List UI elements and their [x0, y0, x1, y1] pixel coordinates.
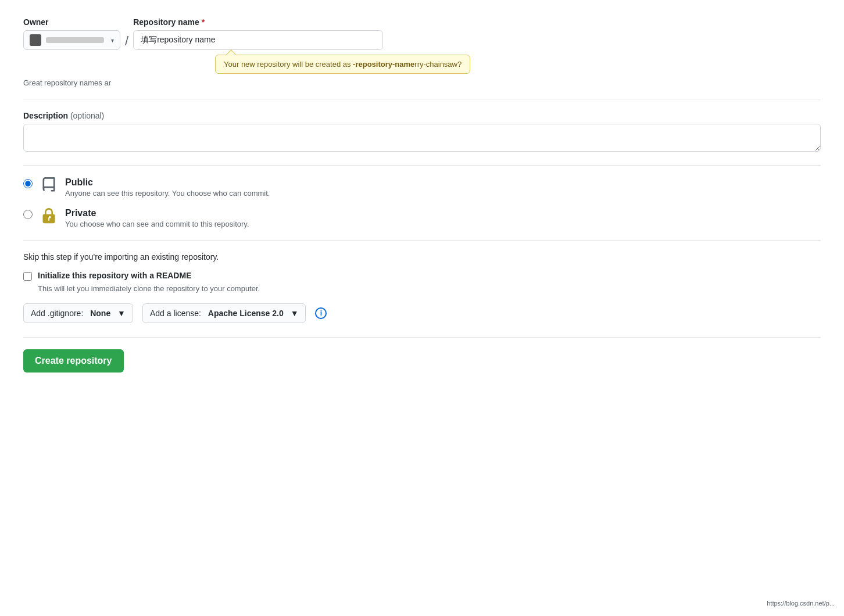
private-label: Private	[65, 208, 249, 219]
public-option[interactable]: Public Anyone can see this repository. Y…	[23, 177, 821, 198]
gitignore-label: Add .gitignore:	[31, 309, 83, 318]
description-label: Description (optional)	[23, 111, 821, 120]
owner-dropdown[interactable]: ▾	[23, 30, 120, 50]
repo-name-input[interactable]	[133, 30, 383, 50]
description-input[interactable]	[23, 124, 821, 152]
optional-text: (optional)	[70, 111, 104, 120]
initialize-readme-desc: This will let you immediately clone the …	[38, 284, 821, 293]
public-radio[interactable]	[23, 179, 33, 188]
private-lock-icon	[40, 207, 58, 225]
private-description: You choose who can see and commit to thi…	[65, 220, 249, 228]
public-description: Anyone can see this repository. You choo…	[65, 189, 270, 198]
required-indicator: *	[202, 17, 205, 27]
public-label: Public	[65, 177, 270, 188]
initialize-readme-row[interactable]: Initialize this repository with a README	[23, 271, 821, 281]
divider-4	[23, 337, 821, 338]
private-radio[interactable]	[23, 210, 33, 219]
gitignore-value: None	[90, 309, 110, 318]
owner-name	[46, 37, 104, 43]
private-option[interactable]: Private You choose who can see and commi…	[23, 208, 821, 228]
owner-avatar	[30, 34, 41, 46]
gitignore-dropdown[interactable]: Add .gitignore: None ▼	[23, 303, 133, 323]
license-dropdown[interactable]: Add a license: Apache License 2.0 ▼	[142, 303, 306, 323]
divider-3	[23, 240, 821, 241]
owner-label: Owner	[23, 17, 120, 27]
owner-chevron-icon: ▾	[111, 37, 114, 44]
initialize-readme-label: Initialize this repository with a README	[38, 271, 191, 280]
license-label: Add a license:	[150, 309, 201, 318]
initialize-readme-checkbox[interactable]	[23, 272, 32, 281]
helper-text: Great repository names ar	[23, 78, 821, 87]
gitignore-chevron-icon: ▼	[117, 309, 126, 318]
slash-divider: /	[125, 34, 128, 49]
divider-2	[23, 165, 821, 166]
divider-1	[23, 99, 821, 99]
public-book-icon	[40, 176, 58, 195]
repo-name-tooltip: Your new repository will be created as -…	[215, 55, 821, 74]
skip-text: Skip this step if you're importing an ex…	[23, 252, 821, 262]
create-repository-button[interactable]: Create repository	[23, 349, 124, 373]
license-value: Apache License 2.0	[208, 309, 284, 318]
dropdowns-row: Add .gitignore: None ▼ Add a license: Ap…	[23, 303, 821, 323]
repo-name-label: Repository name *	[133, 17, 383, 27]
license-info-icon[interactable]: i	[315, 307, 327, 319]
license-chevron-icon: ▼	[291, 309, 299, 318]
